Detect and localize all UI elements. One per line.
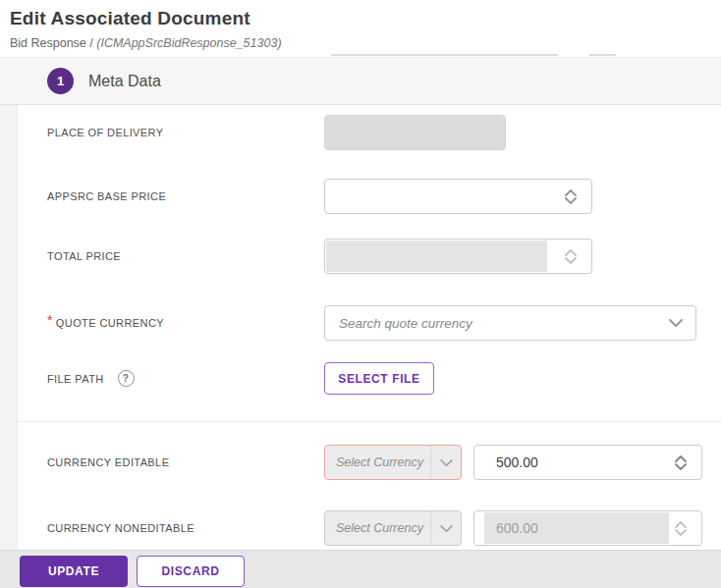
- appsrc-base-price-label: APPSRC BASE PRICE: [47, 179, 166, 214]
- chevron-down-icon: [431, 524, 461, 533]
- file-path-label: FILE PATH ?: [47, 362, 135, 395]
- breadcrumb: Bid Response / (ICMAppSrcBidResponse_513…: [10, 36, 282, 50]
- select-file-button[interactable]: SELECT FILE: [324, 362, 434, 395]
- row-currency-editable: CURRENCY EDITABLE Select Currency: [0, 445, 721, 480]
- place-of-delivery-field: [325, 116, 505, 149]
- spinner-up-icon: [564, 188, 578, 196]
- total-price-label: TOTAL PRICE: [47, 239, 121, 274]
- currency-noneditable-amount-input: [473, 510, 702, 546]
- currency-editable-label: CURRENCY EDITABLE: [47, 445, 169, 480]
- currency-noneditable-dropdown: Select Currency: [324, 510, 462, 546]
- quote-currency-label: * QUOTE CURRENCY: [47, 305, 164, 341]
- step-number-badge: 1: [47, 68, 74, 94]
- breadcrumb-prefix: Bid Response /: [10, 36, 96, 50]
- place-of-delivery-label: PLACE OF DELIVERY: [47, 115, 163, 150]
- quote-currency-search-input[interactable]: [325, 306, 695, 340]
- spinner-up-icon: [674, 454, 688, 462]
- scrolled-field-sliver: [331, 54, 558, 56]
- scrolled-spinner-sliver: [589, 54, 616, 56]
- spinner-up-icon: [674, 520, 688, 528]
- page-title: Edit Associated Document: [10, 8, 250, 29]
- section-divider: [18, 421, 721, 422]
- spinner-down-icon: [674, 529, 688, 537]
- row-quote-currency: * QUOTE CURRENCY: [0, 305, 721, 341]
- meta-data-section-header[interactable]: 1 Meta Data: [0, 57, 721, 105]
- row-currency-noneditable: CURRENCY NONEDITABLE Select Currency: [0, 510, 721, 546]
- appsrc-base-price-input[interactable]: [324, 179, 592, 214]
- currency-editable-dropdown-placeholder: Select Currency: [325, 455, 430, 469]
- currency-noneditable-dropdown-placeholder: Select Currency: [325, 521, 430, 535]
- appsrc-base-price-spinner[interactable]: [558, 180, 583, 213]
- help-icon[interactable]: ?: [118, 370, 135, 387]
- update-button[interactable]: UPDATE: [20, 556, 128, 587]
- required-asterisk: *: [47, 312, 53, 328]
- currency-editable-spinner[interactable]: [668, 446, 693, 479]
- breadcrumb-document-id: (ICMAppSrcBidResponse_51303): [96, 36, 281, 50]
- footer-action-bar: UPDATE DISCARD: [0, 550, 721, 588]
- section-title: Meta Data: [88, 58, 161, 104]
- spinner-down-icon: [564, 197, 578, 205]
- currency-editable-dropdown[interactable]: Select Currency: [324, 445, 462, 480]
- row-file-path: FILE PATH ? SELECT FILE: [0, 362, 721, 395]
- chevron-down-icon[interactable]: [668, 306, 684, 340]
- row-total-price: TOTAL PRICE: [0, 239, 721, 274]
- currency-noneditable-spinner: [668, 511, 693, 545]
- quote-currency-label-text: QUOTE CURRENCY: [56, 317, 164, 329]
- row-place-of-delivery: PLACE OF DELIVERY: [0, 115, 721, 150]
- discard-button[interactable]: DISCARD: [137, 556, 245, 587]
- appsrc-base-price-field[interactable]: [325, 180, 591, 213]
- file-path-label-text: FILE PATH: [47, 373, 104, 385]
- total-price-input: [324, 239, 592, 274]
- place-of-delivery-input: [324, 115, 506, 150]
- quote-currency-combobox[interactable]: [324, 305, 696, 341]
- row-appsrc-base-price: APPSRC BASE PRICE: [0, 179, 721, 214]
- total-price-field: [325, 240, 591, 273]
- currency-editable-amount-input[interactable]: [473, 445, 702, 480]
- currency-noneditable-label: CURRENCY NONEDITABLE: [47, 510, 194, 546]
- spinner-down-icon: [674, 463, 688, 471]
- chevron-down-icon[interactable]: [431, 458, 461, 467]
